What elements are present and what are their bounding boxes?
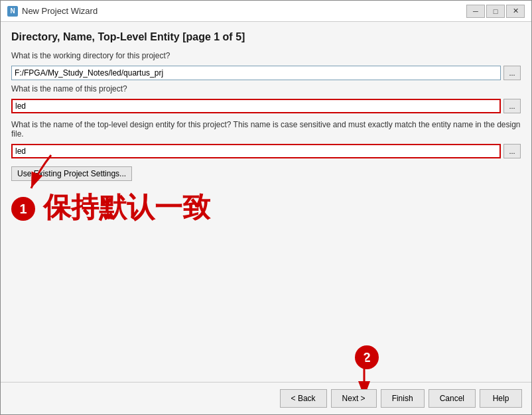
bottom-bar: 2 < Back Next > Finish Cancel Help [1, 382, 531, 414]
top-level-input[interactable] [11, 144, 501, 158]
working-dir-row: ... [11, 66, 521, 80]
page-title: Directory, Name, Top-Level Entity [page … [11, 31, 521, 43]
title-bar: N New Project Wizard ─ □ ✕ [1, 1, 531, 22]
finish-button[interactable]: Finish [381, 389, 425, 408]
minimize-button[interactable]: ─ [466, 5, 485, 18]
title-bar-left: N New Project Wizard [7, 6, 98, 17]
maximize-button[interactable]: □ [486, 5, 505, 18]
wizard-icon: N [7, 6, 18, 17]
project-name-browse-button[interactable]: ... [503, 99, 521, 113]
step-1-text: 保持默认一致 [43, 189, 210, 226]
next-button[interactable]: Next > [331, 389, 377, 408]
top-level-row: ... [11, 144, 521, 158]
main-window: N New Project Wizard ─ □ ✕ Directory, Na… [0, 0, 532, 415]
top-level-browse-button[interactable]: ... [503, 144, 521, 158]
title-bar-controls: ─ □ ✕ [466, 5, 525, 18]
project-name-row: ... [11, 99, 521, 113]
back-button[interactable]: < Back [280, 389, 327, 408]
annotation-area: 1 保持默认一致 [11, 192, 521, 226]
working-dir-input[interactable] [11, 66, 501, 80]
content-area: Directory, Name, Top-Level Entity [page … [1, 22, 531, 382]
close-button[interactable]: ✕ [506, 5, 525, 18]
project-name-label: What is the name of this project? [11, 84, 521, 93]
window-title: New Project Wizard [22, 6, 98, 16]
annotation-arrow-1 [18, 152, 71, 192]
working-dir-label: What is the working directory for this p… [11, 51, 521, 60]
help-button[interactable]: Help [480, 389, 522, 408]
working-dir-browse-button[interactable]: ... [503, 66, 521, 80]
project-name-input[interactable] [11, 99, 501, 113]
cancel-button[interactable]: Cancel [429, 389, 476, 408]
step-1-badge: 1 [11, 197, 35, 221]
top-level-label: What is the name of the top-level design… [11, 120, 521, 139]
